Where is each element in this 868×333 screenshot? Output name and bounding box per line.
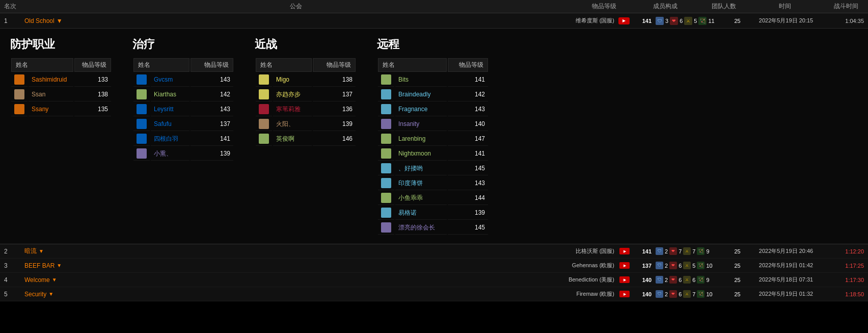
rank-guild-name[interactable]: Welcome bbox=[24, 276, 50, 284]
rank-row[interactable]: 3 BEEF BAR ▼ Gehennas (欧服) ▶ 137 🛡 2 ❤ 6… bbox=[0, 259, 868, 273]
rank-date: 2022年5月18日 07:31 bbox=[748, 276, 824, 284]
rank-right: ▶ 141 🛡 2 ❤ 7 ⚔ 7 🏹 9 25 2022年5月19日 20:4… bbox=[619, 247, 864, 255]
member-ilvl: 137 bbox=[191, 117, 233, 131]
member-ilvl: 135 bbox=[74, 103, 111, 116]
member-name[interactable]: Sashimidruid bbox=[29, 73, 73, 87]
table-row: Braindeadly142 bbox=[378, 88, 488, 101]
table-row: 英俊啊146 bbox=[256, 132, 356, 146]
rank1-youtube-icon[interactable]: ▶ bbox=[618, 17, 630, 24]
member-class-icon bbox=[14, 74, 24, 85]
rank1-guild-name[interactable]: Old School bbox=[24, 17, 55, 24]
member-name[interactable]: Bits bbox=[395, 73, 447, 87]
member-name[interactable]: Kiarthas bbox=[151, 88, 189, 101]
rank1-number: 1 bbox=[4, 17, 24, 24]
rank1-dropdown-arrow[interactable]: ▼ bbox=[57, 17, 63, 24]
ranged-col-ilvl: 物品等级 bbox=[448, 58, 488, 72]
member-name[interactable]: Migo bbox=[273, 73, 312, 87]
rank1-melee: 5 bbox=[694, 18, 697, 24]
member-name[interactable]: Ssany bbox=[29, 103, 73, 116]
tanks-count: 2 bbox=[665, 263, 668, 269]
rank-row[interactable]: 4 Welcome ▼ Benediction (美服) ▶ 140 🛡 2 ❤… bbox=[0, 273, 868, 287]
rank-duration: 1:17:25 bbox=[828, 263, 864, 269]
member-name[interactable]: 小鱼乖乖 bbox=[395, 191, 447, 205]
member-name[interactable]: 四根白羽 bbox=[151, 132, 189, 146]
ranged-count: 9 bbox=[706, 277, 709, 283]
tank-icon: 🛡 bbox=[656, 262, 663, 269]
member-name[interactable]: 亦趋亦步 bbox=[273, 88, 312, 101]
member-name[interactable]: 寒苇莉雅 bbox=[273, 103, 312, 116]
rank1-server: 维希度斯 (国服) bbox=[576, 17, 614, 24]
rank-guild-name[interactable]: 暗流 bbox=[24, 247, 37, 255]
member-ilvl: 139 bbox=[191, 147, 233, 161]
rank-composition: 🛡 2 ❤ 6 ⚔ 6 🏹 9 bbox=[656, 276, 727, 284]
table-header: 名次 公会 物品等级 成员构成 团队人数 时间 战斗时间 bbox=[0, 0, 868, 13]
member-ilvl: 143 bbox=[191, 73, 233, 87]
member-name[interactable]: 印度薄饼 bbox=[395, 176, 447, 190]
member-ilvl: 138 bbox=[313, 73, 356, 87]
rank-youtube-icon[interactable]: ▶ bbox=[619, 248, 630, 254]
member-ilvl: 140 bbox=[448, 117, 488, 131]
header-guild: 公会 bbox=[24, 2, 567, 11]
member-name[interactable]: Safufu bbox=[151, 117, 189, 131]
member-name[interactable]: 火阳、 bbox=[273, 117, 312, 131]
ranged-icon: 🏹 bbox=[697, 290, 704, 298]
member-name[interactable]: Braindeadly bbox=[395, 88, 447, 101]
member-name[interactable]: 漂亮的徐会长 bbox=[395, 221, 447, 235]
rank-youtube-icon[interactable]: ▶ bbox=[619, 262, 630, 269]
member-name[interactable]: 小熏、 bbox=[151, 147, 189, 161]
member-ilvl: 143 bbox=[448, 103, 488, 116]
rank-guild-name[interactable]: BEEF BAR bbox=[24, 262, 55, 269]
rank1-composition: 🛡 3 ❤ 6 ⚔ 5 🏹 11 bbox=[656, 17, 727, 25]
healers-count: 6 bbox=[679, 263, 682, 269]
rank1-expanded: 防护职业 姓名 物品等级 Sashimidruid133Ssan138Ssany… bbox=[0, 29, 868, 244]
member-name[interactable]: 易格诺 bbox=[395, 206, 447, 220]
table-row: 小熏、139 bbox=[133, 147, 233, 161]
tank-col-name: 姓名 bbox=[11, 58, 73, 72]
ranged-table: 姓名 物品等级 Bits141Braindeadly142Fragnance14… bbox=[377, 57, 489, 236]
member-ilvl: 136 bbox=[313, 103, 356, 116]
member-name[interactable]: Gvcsm bbox=[151, 73, 189, 87]
member-name[interactable]: 、好搂哟 bbox=[395, 162, 447, 175]
member-name[interactable]: Fragnance bbox=[395, 103, 447, 116]
member-ilvl: 133 bbox=[74, 73, 111, 87]
rank-dropdown-arrow[interactable]: ▼ bbox=[52, 277, 57, 283]
melee-icon: ⚔ bbox=[683, 262, 691, 269]
table-row: 四根白羽141 bbox=[133, 132, 233, 146]
member-class-icon bbox=[259, 134, 269, 144]
table-row: 小鱼乖乖144 bbox=[378, 191, 488, 205]
tank-icon: 🛡 bbox=[656, 17, 664, 25]
member-class-icon bbox=[137, 89, 147, 99]
rank-guild-name[interactable]: Security bbox=[24, 291, 46, 298]
member-name[interactable]: Insanity bbox=[395, 117, 447, 131]
rank-duration: 1:12:20 bbox=[828, 248, 864, 254]
rank-dropdown-arrow[interactable]: ▼ bbox=[57, 263, 62, 268]
healer-icon: ❤ bbox=[669, 290, 677, 298]
rank-composition: 🛡 2 ❤ 6 ⚔ 7 🏹 10 bbox=[656, 290, 727, 298]
healers-count: 7 bbox=[679, 248, 682, 254]
melee-icon: ⚔ bbox=[683, 290, 691, 298]
table-row: Larenbing147 bbox=[378, 132, 488, 146]
ranged-icon: 🏹 bbox=[697, 276, 704, 284]
rank-youtube-icon[interactable]: ▶ bbox=[619, 291, 630, 297]
melee-col-name: 姓名 bbox=[256, 58, 312, 72]
member-name[interactable]: Nightxmoon bbox=[395, 147, 447, 161]
rank-row[interactable]: 5 Security ▼ Firemaw (欧服) ▶ 140 🛡 2 ❤ 6 … bbox=[0, 287, 868, 301]
member-name[interactable]: Larenbing bbox=[395, 132, 447, 146]
member-ilvl: 145 bbox=[448, 162, 488, 175]
rank-youtube-icon[interactable]: ▶ bbox=[619, 276, 630, 283]
rank1-date: 2022年5月19日 20:15 bbox=[748, 17, 824, 24]
rank-row[interactable]: 2 暗流 ▼ 比格沃斯 (国服) ▶ 141 🛡 2 ❤ 7 ⚔ 7 🏹 9 2… bbox=[0, 244, 868, 259]
rank-dropdown-arrow[interactable]: ▼ bbox=[48, 291, 53, 297]
member-name[interactable]: 英俊啊 bbox=[273, 132, 312, 146]
member-name[interactable]: Ssan bbox=[29, 88, 73, 101]
rank-dropdown-arrow[interactable]: ▼ bbox=[39, 248, 44, 254]
melee-icon: ⚔ bbox=[683, 247, 691, 255]
rank-server: Benediction (美服) bbox=[568, 276, 614, 284]
rank-server: 比格沃斯 (国服) bbox=[576, 247, 614, 255]
tanks-count: 2 bbox=[665, 248, 668, 254]
table-row: Fragnance143 bbox=[378, 103, 488, 116]
member-ilvl: 143 bbox=[191, 103, 233, 116]
member-ilvl: 137 bbox=[313, 88, 356, 101]
member-name[interactable]: Leysritt bbox=[151, 103, 189, 116]
member-ilvl: 139 bbox=[313, 117, 356, 131]
